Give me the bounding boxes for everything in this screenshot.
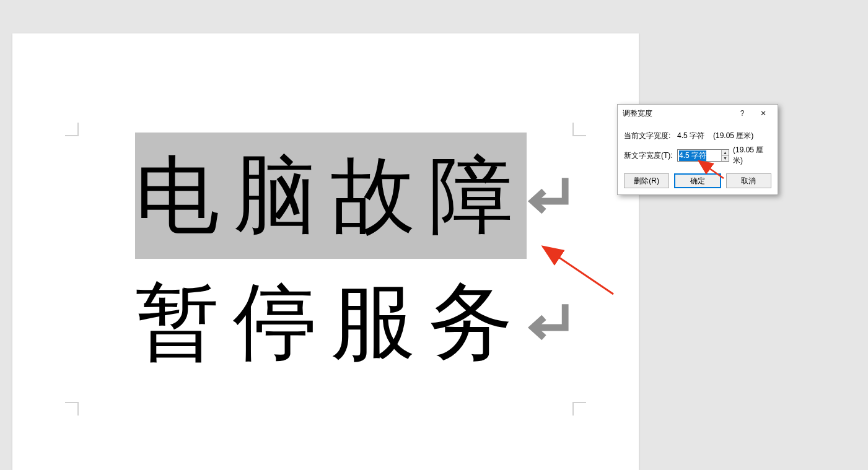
dialog-body: 当前文字宽度: 4.5 字符 (19.05 厘米) 新文字宽度(T): ▲ ▼ … [618, 122, 778, 194]
delete-button[interactable]: 删除(R) [624, 173, 669, 188]
new-width-spinner[interactable]: ▲ ▼ [677, 149, 729, 162]
help-button[interactable]: ? [732, 107, 753, 120]
crop-mark-top-left [65, 123, 79, 136]
paragraph-mark-icon [522, 294, 577, 350]
cancel-button[interactable]: 取消 [726, 173, 771, 188]
current-width-row: 当前文字宽度: 4.5 字符 (19.05 厘米) [624, 131, 771, 141]
current-width-label: 当前文字宽度: [624, 131, 677, 141]
current-width-extra: (19.05 厘米) [713, 131, 771, 141]
paragraph-mark-icon [522, 168, 577, 224]
selected-text[interactable]: 电脑故障 [135, 133, 527, 259]
line-2-text[interactable]: 暂停服务 [135, 259, 527, 385]
document-content[interactable]: 电脑故障 暂停服务 [135, 133, 577, 385]
document-page: 电脑故障 暂停服务 [12, 33, 639, 470]
adjust-width-dialog: 调整宽度 ? ✕ 当前文字宽度: 4.5 字符 (19.05 厘米) 新文字宽度… [617, 104, 778, 195]
dialog-button-row: 删除(R) 确定 取消 [624, 173, 771, 188]
close-icon: ✕ [760, 109, 766, 118]
dialog-titlebar[interactable]: 调整宽度 ? ✕ [618, 105, 778, 122]
dialog-title: 调整宽度 [623, 108, 732, 119]
crop-mark-bottom-left [65, 402, 79, 416]
spinner-down-button[interactable]: ▼ [722, 156, 729, 162]
new-width-input[interactable] [678, 150, 721, 161]
current-width-value: 4.5 字符 [677, 131, 713, 141]
new-width-row: 新文字宽度(T): ▲ ▼ (19.05 厘米) [624, 145, 771, 166]
text-line-1[interactable]: 电脑故障 [135, 133, 577, 259]
new-width-label: 新文字宽度(T): [624, 150, 677, 161]
new-width-extra: (19.05 厘米) [733, 145, 771, 166]
spinner-up-button[interactable]: ▲ [722, 150, 729, 156]
help-icon: ? [740, 109, 745, 118]
close-button[interactable]: ✕ [753, 107, 774, 120]
crop-mark-bottom-right [572, 402, 586, 416]
text-line-2[interactable]: 暂停服务 [135, 259, 577, 385]
ok-button[interactable]: 确定 [674, 173, 721, 188]
